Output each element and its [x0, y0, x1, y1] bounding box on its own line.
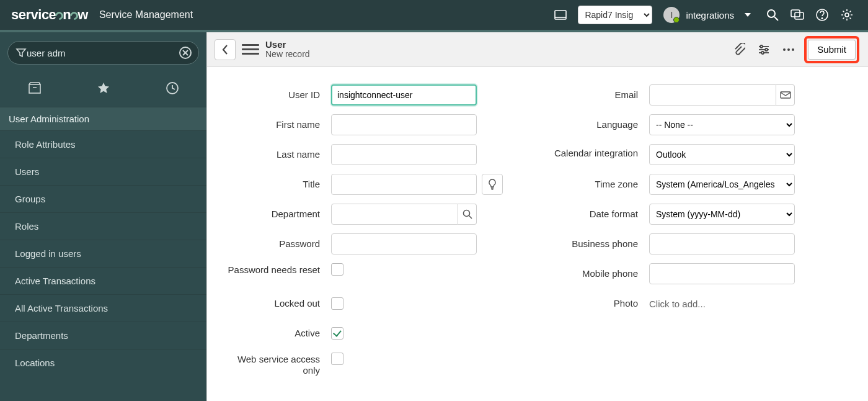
- logo-icon: [54, 10, 65, 21]
- form-record-subtitle: New record: [265, 50, 310, 59]
- avatar-initial: I: [670, 10, 673, 20]
- chat-icon[interactable]: [790, 7, 805, 22]
- form-left-column: User ID First name Last name Title: [219, 84, 513, 385]
- dateformat-select[interactable]: System (yyyy-MM-dd): [649, 204, 795, 225]
- nav-item-logged-in-users[interactable]: Logged in users: [0, 240, 206, 267]
- app-title: Service Management: [99, 9, 193, 20]
- email-compose-icon[interactable]: [776, 84, 795, 106]
- label-language: Language: [538, 119, 649, 130]
- username[interactable]: integrations: [686, 10, 734, 20]
- back-button[interactable]: [215, 39, 236, 60]
- label-department: Department: [219, 209, 331, 220]
- pw-reset-checkbox[interactable]: [331, 263, 343, 276]
- window-icon[interactable]: [553, 7, 568, 22]
- svg-point-2: [768, 10, 775, 17]
- history-tab-icon[interactable]: [160, 78, 185, 98]
- label-timezone: Time zone: [538, 179, 649, 190]
- user-menu-caret-icon[interactable]: [740, 7, 755, 22]
- label-calendar: Calendar integration: [538, 144, 649, 159]
- attachment-icon[interactable]: [730, 40, 748, 59]
- svg-point-22: [792, 48, 794, 51]
- label-title: Title: [219, 179, 331, 190]
- nav-item-roles[interactable]: Roles: [0, 212, 206, 240]
- svg-point-20: [783, 48, 786, 51]
- calendar-select[interactable]: Outlook: [649, 144, 795, 165]
- context-select[interactable]: Rapid7 Insig: [578, 6, 652, 24]
- active-checkbox[interactable]: [331, 327, 343, 340]
- title-suggest-icon[interactable]: [482, 174, 503, 195]
- personalize-icon[interactable]: [755, 40, 773, 59]
- svg-point-21: [787, 48, 790, 51]
- form-right-column: Email Language -- None --: [538, 84, 831, 385]
- department-input[interactable]: [331, 204, 458, 225]
- title-input[interactable]: [331, 174, 477, 195]
- svg-point-19: [761, 52, 764, 54]
- sidebar-tabs: [0, 71, 206, 107]
- submit-button[interactable]: Submit: [808, 40, 856, 60]
- avatar[interactable]: I: [663, 7, 680, 23]
- photo-add-link[interactable]: Click to add...: [649, 299, 706, 309]
- sidebar: User Administration Role Attributes User…: [0, 32, 206, 401]
- label-web-only: Web service access only: [219, 353, 331, 376]
- department-lookup-icon[interactable]: [458, 204, 477, 225]
- sidebar-section-header[interactable]: User Administration: [0, 107, 206, 130]
- language-select[interactable]: -- None --: [649, 114, 795, 135]
- gear-icon[interactable]: [839, 7, 854, 22]
- label-locked-out: Locked out: [219, 298, 331, 309]
- label-email: Email: [538, 89, 649, 101]
- email-input[interactable]: [649, 84, 776, 106]
- form-body: User ID First name Last name Title: [207, 67, 868, 401]
- label-last-name: Last name: [219, 149, 331, 160]
- last-name-input[interactable]: [331, 144, 477, 165]
- svg-rect-4: [791, 10, 800, 17]
- timezone-select[interactable]: System (America/Los_Angeles: [649, 174, 795, 195]
- user-id-input[interactable]: [331, 84, 477, 106]
- help-icon[interactable]: [815, 7, 830, 22]
- label-user-id: User ID: [219, 89, 331, 101]
- svg-point-17: [760, 45, 763, 48]
- form-header: User New record Submit: [207, 32, 868, 67]
- label-password: Password: [219, 238, 331, 250]
- web-only-checkbox[interactable]: [331, 353, 343, 365]
- nav-item-users[interactable]: Users: [0, 158, 206, 185]
- logo-icon: [69, 10, 80, 21]
- more-actions-icon[interactable]: [779, 40, 798, 59]
- svg-line-3: [774, 17, 778, 20]
- filter-input[interactable]: [27, 48, 179, 58]
- svg-rect-5: [795, 12, 804, 19]
- form-menu-icon[interactable]: [242, 42, 259, 57]
- nav-item-locations[interactable]: Locations: [0, 349, 206, 376]
- clear-filter-icon[interactable]: [179, 46, 192, 60]
- first-name-input[interactable]: [331, 114, 477, 135]
- nav-item-role-attributes[interactable]: Role Attributes: [0, 130, 206, 158]
- mobile-phone-input[interactable]: [649, 263, 795, 284]
- svg-line-24: [469, 216, 472, 219]
- label-photo: Photo: [538, 298, 649, 309]
- nav-item-groups[interactable]: Groups: [0, 185, 206, 212]
- label-pw-reset: Password needs reset: [219, 263, 331, 276]
- svg-point-8: [845, 13, 849, 17]
- svg-rect-12: [29, 84, 40, 93]
- nav-item-all-active-transactions[interactable]: All Active Transactions: [0, 294, 206, 322]
- filter-navigator: [7, 41, 199, 65]
- locked-out-checkbox[interactable]: [331, 297, 343, 310]
- submit-highlight: Submit: [804, 36, 859, 63]
- label-dateformat: Date format: [538, 209, 649, 220]
- svg-point-7: [822, 18, 823, 19]
- label-first-name: First name: [219, 119, 331, 130]
- search-icon[interactable]: [765, 7, 780, 22]
- all-apps-tab-icon[interactable]: [22, 78, 47, 98]
- label-active: Active: [219, 328, 331, 339]
- filter-icon: [16, 47, 27, 58]
- label-bphone: Business phone: [538, 238, 649, 250]
- form-title-block: User New record: [265, 40, 310, 60]
- svg-point-18: [765, 48, 768, 51]
- content: User New record Submit: [206, 32, 868, 401]
- svg-point-23: [463, 210, 469, 217]
- nav-item-active-transactions[interactable]: Active Transactions: [0, 267, 206, 294]
- favorites-tab-icon[interactable]: [91, 78, 116, 98]
- logo: servicenw: [11, 7, 88, 23]
- nav-item-departments[interactable]: Departments: [0, 322, 206, 349]
- password-input[interactable]: [331, 233, 477, 255]
- business-phone-input[interactable]: [649, 233, 795, 255]
